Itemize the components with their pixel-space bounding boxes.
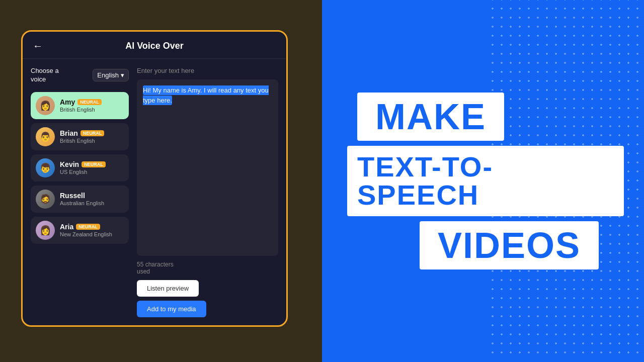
- videos-box: VIDEOS: [420, 221, 599, 269]
- voice-info-amy: Amy Neural British English: [60, 98, 102, 113]
- voice-name-russell: Russell: [60, 192, 85, 200]
- voice-lang-brian: British English: [60, 138, 104, 144]
- tts-box: TEXT-TO-SPEECH: [347, 146, 624, 216]
- char-count: 55 charactersused: [137, 261, 278, 275]
- dropdown-arrow-icon: ▾: [121, 71, 124, 79]
- language-selected: English: [97, 71, 119, 79]
- language-dropdown[interactable]: English ▾: [93, 69, 129, 81]
- avatar-amy: 👩: [36, 96, 55, 115]
- voice-lang-kevin: US English: [60, 169, 106, 175]
- tts-text: TEXT-TO-SPEECH: [357, 151, 493, 211]
- voice-info-brian: Brian Neural British English: [60, 129, 104, 144]
- voice-item-russell[interactable]: 🧔 Russell Australian English: [31, 186, 129, 213]
- voice-name-row-brian: Brian Neural: [60, 129, 104, 137]
- voice-name-row-aria: Aria Neural: [60, 223, 112, 231]
- voice-lang-russell: Australian English: [60, 200, 104, 206]
- app-title: AI Voice Over: [125, 41, 184, 51]
- back-button[interactable]: ←: [33, 40, 43, 52]
- choose-voice-label: Choose avoice: [31, 67, 59, 84]
- voice-name-kevin: Kevin: [60, 160, 79, 168]
- voice-info-kevin: Kevin Neural US English: [60, 160, 106, 175]
- avatar-face-amy: 👩: [36, 96, 55, 115]
- voice-name-aria: Aria: [60, 223, 73, 231]
- voice-item-brian[interactable]: 👨 Brian Neural British English: [31, 123, 129, 150]
- voice-lang-aria: New Zealand English: [60, 231, 112, 237]
- avatar-face-russell: 🧔: [36, 190, 55, 209]
- voice-item-amy[interactable]: 👩 Amy Neural British English: [31, 92, 129, 119]
- voice-info-russell: Russell Australian English: [60, 192, 104, 206]
- avatar-brian: 👨: [36, 127, 55, 146]
- text-panel: Enter your text here Hi! My name is Amy.…: [137, 67, 278, 317]
- make-box: MAKE: [357, 93, 504, 141]
- add-to-media-button[interactable]: Add to my media: [137, 301, 206, 317]
- highlighted-text: Hi! My name is Amy. I will read any text…: [143, 85, 269, 105]
- voice-panel-header: Choose avoice English ▾: [31, 67, 129, 84]
- card-header: ← AI Voice Over: [23, 32, 286, 59]
- neural-badge-kevin: Neural: [82, 161, 106, 167]
- videos-text: VIDEOS: [438, 225, 581, 265]
- voice-name-row-amy: Amy Neural: [60, 98, 102, 106]
- avatar-aria: 👩: [36, 221, 55, 240]
- neural-badge-brian: Neural: [80, 130, 105, 136]
- make-text: MAKE: [375, 97, 486, 137]
- text-input-area[interactable]: Hi! My name is Amy. I will read any text…: [137, 79, 278, 256]
- avatar-face-brian: 👨: [36, 127, 55, 146]
- card-body: Choose avoice English ▾ 👩 Amy Neural: [23, 59, 286, 325]
- voice-list: 👩 Amy Neural British English 👨: [31, 92, 129, 244]
- app-card: ← AI Voice Over Choose avoice English ▾ …: [21, 30, 288, 327]
- avatar-face-aria: 👩: [36, 221, 55, 240]
- neural-badge-amy: Neural: [77, 99, 102, 105]
- text-area-label: Enter your text here: [137, 67, 278, 74]
- voice-name-row-russell: Russell: [60, 192, 104, 200]
- right-content: MAKE TEXT-TO-SPEECH VIDEOS: [322, 0, 644, 362]
- voice-name-row-kevin: Kevin Neural: [60, 160, 106, 168]
- listen-preview-button[interactable]: Listen preview: [137, 280, 199, 297]
- voice-name-amy: Amy: [60, 98, 75, 106]
- avatar-face-kevin: 👦: [36, 158, 55, 177]
- avatar-russell: 🧔: [36, 190, 55, 209]
- voice-name-brian: Brian: [60, 129, 78, 137]
- voice-item-kevin[interactable]: 👦 Kevin Neural US English: [31, 154, 129, 182]
- voice-item-aria[interactable]: 👩 Aria Neural New Zealand English: [31, 217, 129, 244]
- voice-panel: Choose avoice English ▾ 👩 Amy Neural: [31, 67, 129, 317]
- neural-badge-aria: Neural: [76, 224, 100, 230]
- action-buttons: Listen preview Add to my media: [137, 280, 278, 317]
- voice-lang-amy: British English: [60, 107, 102, 113]
- avatar-kevin: 👦: [36, 158, 55, 177]
- voice-info-aria: Aria Neural New Zealand English: [60, 223, 112, 237]
